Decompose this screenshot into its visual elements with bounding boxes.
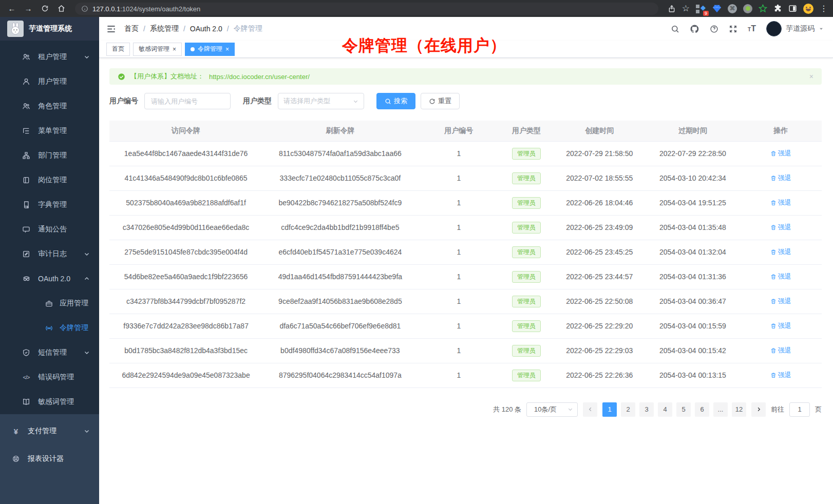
tab-home[interactable]: 首页 (106, 43, 130, 56)
force-logout-button[interactable]: 强退 (770, 272, 791, 281)
user-id-input[interactable] (144, 93, 231, 109)
alert-close-icon[interactable]: × (809, 72, 813, 81)
trash-icon (770, 347, 777, 354)
chevron-down-icon (567, 406, 573, 412)
puzzle-icon[interactable] (773, 4, 782, 13)
chevron-down-icon (353, 99, 358, 104)
force-logout-button[interactable]: 强退 (770, 149, 791, 158)
sidebar-item-sms[interactable]: 短信管理 (0, 340, 99, 365)
page-number-button[interactable]: 1 (602, 402, 617, 417)
back-icon[interactable]: ← (5, 2, 18, 15)
page-number-button[interactable]: ... (713, 402, 728, 417)
chevron-down-icon (84, 251, 90, 257)
sidebar-item-oauth2[interactable]: OAuth 2.0 (0, 266, 99, 291)
search-icon[interactable] (671, 25, 679, 33)
breadcrumb-oauth2[interactable]: OAuth 2.0 (190, 25, 222, 33)
prev-page-button[interactable] (583, 402, 597, 417)
cell-user-id: 1 (418, 363, 500, 387)
cell-refresh-token: be90422b8c7946218275a508bf524fc9 (262, 190, 418, 215)
page-size-select[interactable]: 10条/页 (526, 402, 578, 417)
cell-access-token: f9336e7c7dd242a283ee98dc86b17a87 (109, 314, 262, 338)
sidebar-item-menu[interactable]: 菜单管理 (0, 119, 99, 143)
sidebar-item-user[interactable]: 用户管理 (0, 69, 99, 94)
reset-button[interactable]: 重置 (421, 93, 460, 109)
sidebar-item-pay[interactable]: ¥ 支付管理 (0, 417, 99, 445)
cell-refresh-token: e6cfd40eb1f54571a31e775e039c4624 (262, 240, 418, 264)
next-page-button[interactable] (751, 402, 766, 417)
shield-check-icon (21, 348, 32, 357)
extension-badge: 9 (703, 11, 709, 16)
sidebar-item-dept[interactable]: 部门管理 (0, 143, 99, 168)
cell-create-time: 2022-07-02 18:55:55 (553, 166, 646, 190)
sidebar-item-audit-log[interactable]: 审计日志 (0, 242, 99, 266)
url-bar[interactable]: 127.0.0.1:1024/system/oauth2/token (75, 3, 658, 15)
forward-icon[interactable]: → (22, 2, 35, 15)
cell-expire-time: 2054-03-04 00:36:47 (646, 289, 740, 314)
github-icon[interactable] (690, 24, 699, 34)
green-star-icon[interactable] (759, 4, 767, 13)
cell-create-time: 2022-06-25 22:26:36 (553, 363, 646, 387)
record-extension-icon[interactable] (743, 4, 752, 13)
gem-icon[interactable] (712, 5, 722, 13)
bookmark-star-icon[interactable]: ☆ (682, 4, 690, 13)
sidebar-item-error-code[interactable]: </> 错误码管理 (0, 365, 99, 390)
chevron-down-icon (84, 54, 90, 60)
reload-icon[interactable] (38, 2, 51, 15)
page-number-button[interactable]: 12 (732, 402, 746, 417)
page-number-button[interactable]: 3 (639, 402, 654, 417)
table-row: b0d1785bc3a8482f812db4a3f3bd15ec b0df498… (109, 338, 822, 363)
profile-avatar-icon[interactable] (803, 4, 813, 14)
doc-link[interactable]: https://doc.iocoder.cn/user-center/ (209, 73, 310, 81)
sidebar-item-report-designer[interactable]: 报表设计器 (0, 445, 99, 473)
sidebar-item-role[interactable]: 角色管理 (0, 94, 99, 119)
close-icon[interactable]: × (173, 46, 176, 52)
force-logout-button[interactable]: 强退 (770, 198, 791, 207)
cell-create-time: 2022-06-26 18:04:46 (553, 190, 646, 215)
close-icon[interactable]: × (225, 46, 229, 52)
sidebar-fold-icon[interactable] (106, 24, 116, 34)
user-menu[interactable]: 芋道源码 (766, 21, 824, 36)
force-logout-button[interactable]: 强退 (770, 297, 791, 306)
search-button[interactable]: 搜索 (376, 93, 415, 109)
info-icon[interactable] (81, 5, 88, 12)
breadcrumb-home[interactable]: 首页 (124, 24, 139, 33)
app-logo-row[interactable]: 芋道管理系统 (0, 17, 99, 41)
tab-sensitive-word[interactable]: 敏感词管理× (133, 43, 182, 56)
force-logout-button[interactable]: 强退 (770, 346, 791, 355)
page-number-button[interactable]: 5 (676, 402, 691, 417)
fullscreen-icon[interactable] (729, 25, 737, 33)
force-logout-button[interactable]: 强退 (770, 173, 791, 183)
sidebar-item-oauth2-token[interactable]: 令牌管理 (0, 316, 99, 340)
sidebar-item-tenant[interactable]: 租户管理 (0, 45, 99, 69)
help-icon[interactable] (710, 25, 718, 33)
breadcrumb-system[interactable]: 系统管理 (150, 24, 179, 33)
force-logout-button[interactable]: 强退 (770, 223, 791, 232)
extensions-cluster-icon[interactable]: ◆ 9 (696, 4, 706, 14)
page-number-button[interactable]: 2 (621, 402, 635, 417)
command-extension-icon[interactable]: ⌘ (728, 4, 737, 13)
home-icon[interactable] (54, 2, 68, 15)
cell-access-token: 6d842e2924594de9a09e45e087323abe (109, 363, 262, 387)
tab-token[interactable]: 令牌管理× (185, 43, 235, 56)
split-screen-icon[interactable] (788, 4, 797, 13)
user-type-select[interactable]: 请选择用户类型 (278, 93, 364, 109)
chevron-down-icon (84, 428, 90, 434)
col-expire-time: 过期时间 (646, 121, 740, 141)
sidebar-item-sensitive-word[interactable]: 敏感词管理 (0, 390, 99, 414)
font-size-icon[interactable]: TT (748, 24, 756, 33)
force-logout-button[interactable]: 强退 (770, 321, 791, 331)
goto-page-input[interactable] (789, 402, 810, 417)
sidebar-item-post[interactable]: 岗位管理 (0, 168, 99, 192)
sidebar-item-notice[interactable]: 通知公告 (0, 217, 99, 242)
share-icon[interactable] (668, 5, 676, 13)
sidebar-item-dict[interactable]: 字典管理 (0, 192, 99, 217)
force-logout-button[interactable]: 强退 (770, 247, 791, 257)
page-number-button[interactable]: 4 (658, 402, 672, 417)
page-number-button[interactable]: 6 (695, 402, 709, 417)
yen-icon: ¥ (10, 427, 22, 436)
force-logout-button[interactable]: 强退 (770, 371, 791, 380)
browser-menu-icon[interactable]: ⋮ (820, 5, 828, 13)
sidebar-item-oauth2-app[interactable]: 应用管理 (0, 291, 99, 316)
trash-icon (770, 298, 777, 304)
table-row: f9336e7c7dd242a283ee98dc86b17a87 dfa6c71… (109, 314, 822, 338)
